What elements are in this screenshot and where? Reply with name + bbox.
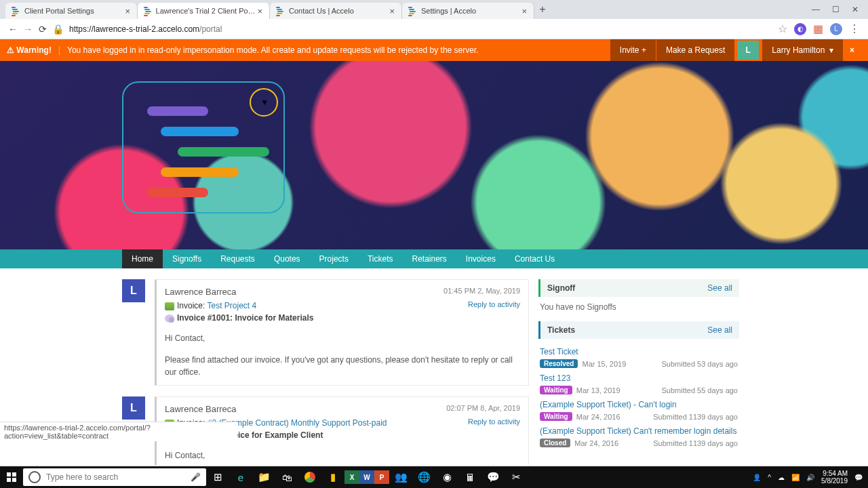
signoff-empty-text: You have no Signoffs [538, 302, 739, 321]
favicon-icon [408, 6, 417, 16]
activity-greeting: Hi Contact, [165, 332, 520, 344]
close-tab-icon[interactable]: × [388, 6, 396, 16]
sidebar: Signoff See all You have no Signoffs Tic… [538, 279, 739, 465]
nav-home[interactable]: Home [122, 249, 163, 268]
ticket-date: Mar 24, 2016 [574, 439, 618, 447]
nav-contact-us[interactable]: Contact Us [505, 249, 564, 268]
nav-signoffs[interactable]: Signoffs [163, 249, 211, 268]
ticket-link[interactable]: (Example Support Ticket) Can't remember … [540, 426, 736, 436]
window-maximize[interactable]: ☐ [832, 5, 840, 14]
browser-status-url: https://lawrence-s-trial-2.accelo.com/po… [0, 422, 237, 441]
nav-projects[interactable]: Projects [310, 249, 358, 268]
invite-button[interactable]: Invite + [610, 39, 656, 61]
browser-menu-icon[interactable]: ⋮ [849, 22, 860, 35]
reply-link[interactable]: Reply to activity [468, 300, 520, 308]
close-tab-icon[interactable]: × [520, 6, 528, 16]
reply-link[interactable]: Reply to activity [468, 418, 520, 426]
user-avatar[interactable]: L [737, 41, 759, 60]
close-tab-icon[interactable]: × [256, 6, 264, 16]
ticket-submitted: Submitted 53 days ago [661, 360, 738, 368]
signoff-see-all-link[interactable]: See all [707, 283, 732, 293]
nav-quotes[interactable]: Quotes [264, 249, 310, 268]
ticket-link[interactable]: (Example Support Ticket) - Can't login [540, 400, 677, 409]
impersonation-warning-bar: Warning! | You have logged in in read-on… [0, 39, 868, 61]
browser-tab[interactable]: Contact Us | Accelo× [270, 3, 402, 19]
user-menu[interactable]: Larry Hamilton ▾ [762, 39, 843, 61]
warning-label: Warning! [7, 45, 52, 55]
extension-icon[interactable]: ▦ [813, 22, 823, 35]
cursor-highlight [250, 88, 278, 117]
ticket-submitted: Submitted 55 days ago [661, 386, 738, 394]
ticket-link[interactable]: Test Ticket [540, 347, 578, 357]
activity-time: 01:45 PM 2, May, 2019 [443, 287, 520, 295]
ticket-submitted: Submitted 1139 days ago [653, 439, 738, 447]
nav-forward-icon[interactable]: → [20, 24, 35, 35]
ticket-date: Mar 13, 2019 [576, 386, 620, 394]
address-bar: ← → ⟳ 🔒 https://lawrence-s-trial-2.accel… [0, 19, 868, 39]
bookmark-star-icon[interactable]: ☆ [778, 22, 787, 35]
status-badge: Waiting [540, 386, 572, 394]
signoff-panel-header: Signoff See all [538, 279, 739, 297]
new-tab-button[interactable]: + [534, 3, 551, 16]
browser-tab[interactable]: Lawrence's Trial 2 Client Portal - I× [138, 3, 270, 19]
ticket-date: Mar 24, 2016 [576, 413, 620, 421]
warning-message: You have logged in in read-only imperson… [67, 45, 479, 55]
status-badge: Waiting [540, 412, 572, 421]
ticket-submitted: Submitted 1139 days ago [653, 413, 738, 421]
favicon-icon [275, 6, 285, 16]
activity-avatar: L [122, 396, 145, 420]
lock-icon: 🔒 [50, 24, 65, 35]
activity-time: 02:07 PM 8, Apr, 2019 [446, 404, 520, 412]
window-minimize[interactable]: — [812, 5, 820, 14]
thread-icon [165, 314, 174, 323]
ticket-item: Test TicketResolvedMar 15, 2019Submitted… [538, 344, 739, 371]
ticket-item: (Example Support Ticket) - Can't loginWa… [538, 397, 739, 424]
favicon-icon [143, 6, 152, 16]
nav-tickets[interactable]: Tickets [358, 249, 403, 268]
nav-invoices[interactable]: Invoices [456, 249, 505, 268]
ticket-date: Mar 15, 2019 [582, 360, 626, 368]
nav-retainers[interactable]: Retainers [403, 249, 456, 268]
nav-reload-icon[interactable]: ⟳ [35, 24, 50, 35]
url-field[interactable]: https://lawrence-s-trial-2.accelo.com/po… [69, 24, 778, 34]
ticket-item: (Example Support Ticket) Can't remember … [538, 424, 739, 450]
activity-body: Please find attached our invoice. If you… [165, 354, 520, 378]
portal-nav: HomeSignoffsRequestsQuotesProjectsTicket… [0, 249, 868, 268]
status-badge: Resolved [540, 359, 578, 368]
browser-tab-strip: Client Portal Settings×Lawrence's Trial … [0, 0, 868, 19]
tickets-panel-header: Tickets See all [538, 321, 739, 339]
make-request-button[interactable]: Make a Request [656, 39, 734, 61]
browser-tab[interactable]: Client Portal Settings× [5, 3, 138, 19]
dismiss-warning-icon[interactable]: × [843, 45, 861, 55]
browser-tab[interactable]: Settings | Accelo× [402, 3, 534, 19]
hero-banner [0, 61, 868, 249]
status-badge: Closed [540, 439, 570, 447]
activity-item: LLawrence Barreca01:45 PM 2, May, 2019Re… [122, 279, 529, 386]
main-content: LLawrence Barreca01:45 PM 2, May, 2019Re… [0, 268, 868, 465]
window-close[interactable]: ✕ [852, 5, 859, 14]
activity-avatar: L [122, 279, 145, 302]
close-tab-icon[interactable]: × [123, 6, 132, 16]
activity-greeting: Hi Contact, [165, 449, 520, 462]
invoice-icon [165, 302, 174, 310]
tickets-see-all-link[interactable]: See all [707, 325, 732, 335]
profile-avatar[interactable]: L [830, 23, 842, 35]
extension-icon[interactable]: ◐ [794, 23, 806, 35]
nav-requests[interactable]: Requests [211, 249, 264, 268]
ticket-item: Test 123WaitingMar 13, 2019Submitted 55 … [538, 371, 739, 397]
nav-back-icon[interactable]: ← [5, 24, 20, 35]
ticket-link[interactable]: Test 123 [540, 373, 570, 383]
favicon-icon [11, 6, 20, 16]
activity-title-link[interactable]: Test Project 4 [207, 301, 256, 310]
